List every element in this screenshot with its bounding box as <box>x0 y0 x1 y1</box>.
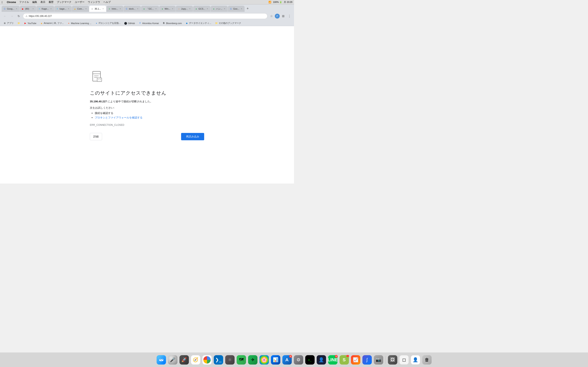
tab-favicon-han: ● <box>212 7 215 10</box>
reload-button[interactable]: 再読み込み <box>181 133 204 140</box>
tab-close-google[interactable]: × <box>15 7 18 10</box>
bookmark-youtube[interactable]: ▶ YouTube <box>22 21 38 25</box>
address-bar[interactable]: ⚠ https://35.196.40.227 <box>23 13 268 19</box>
bookmark-apps[interactable]: ⊞ アプリ <box>2 21 15 25</box>
menu-bookmarks[interactable]: ブックマーク <box>57 0 71 4</box>
tab-close-jupyter[interactable]: × <box>189 7 191 10</box>
tab-close-youtube[interactable]: × <box>32 7 35 10</box>
tab-win[interactable]: ● Win... × <box>159 6 176 12</box>
ds-icon: ◆ <box>185 22 188 25</box>
tab-bar: G Goog... × ▶ (80) × k Kage... × k kage.… <box>0 4 294 12</box>
bookmark-datascience[interactable]: ◆ データサイエンティ... <box>184 21 213 25</box>
tab-close-colab[interactable]: × <box>85 7 87 10</box>
profile-button[interactable]: P <box>275 14 280 18</box>
bookmark-it[interactable]: ● ITエンジニアを目指... <box>94 21 122 25</box>
tab-label-google: Goog... <box>7 8 14 10</box>
bookmark-hiromitsu[interactable]: f Hiromitsu Komai <box>137 21 160 25</box>
url-display: https://35.196.40.227 <box>29 15 265 17</box>
tab-favicon-gcs1: ● <box>143 7 146 10</box>
tab-google2[interactable]: G Goo... × <box>228 6 245 12</box>
error-step-2-link[interactable]: プロキシとファイアウォールを確認する <box>95 116 143 119</box>
tab-kaggle2[interactable]: k kage... × <box>54 6 72 12</box>
tab-label-win: Win... <box>164 8 170 10</box>
tab-google[interactable]: G Goog... × <box>2 6 20 12</box>
bookmark-bloomberg[interactable]: B Bloomberg.com <box>161 21 183 25</box>
error-buttons: 詳細 再読み込み <box>90 133 204 140</box>
apple-menu[interactable]:  <box>2 1 3 4</box>
tab-label-colab: Com... <box>77 8 84 10</box>
menu-window[interactable]: ウィンドウ <box>88 0 100 4</box>
tab-close-kaggle1[interactable]: × <box>50 7 52 10</box>
forward-button[interactable]: → <box>9 13 15 19</box>
menu-view[interactable]: 表示 <box>40 0 45 4</box>
tab-jupyter[interactable]: ○ Jupy... × <box>176 6 193 12</box>
tab-label-intro: Intro... <box>112 8 118 10</box>
it-icon: ● <box>95 22 98 25</box>
tab-label-jupyter: Jupy... <box>181 8 188 10</box>
tab-youtube[interactable]: ▶ (80) × <box>20 6 36 12</box>
error-icon-container: !? <box>90 69 104 85</box>
bloomberg-icon: B <box>162 22 165 25</box>
tab-intro[interactable]: k Intro... × <box>106 6 123 12</box>
menu-button[interactable]: ⋮ <box>287 13 292 19</box>
tab-favicon-youtube: ▶ <box>21 7 24 10</box>
wifi-icon: 📶 <box>268 1 271 3</box>
tab-close-kaggle2[interactable]: × <box>67 7 70 10</box>
tab-label-gcs2: GCS... <box>199 8 205 10</box>
details-button[interactable]: 詳細 <box>90 133 102 140</box>
error-page-icon: !? <box>90 69 104 84</box>
bookmark-star-button[interactable]: ☆ <box>269 13 274 19</box>
tab-gcs1[interactable]: ● 「GC... × <box>141 6 159 12</box>
tab-close-win[interactable]: × <box>171 7 174 10</box>
tab-docs[interactable]: G dock... × <box>123 6 141 12</box>
tab-close-intro[interactable]: × <box>119 7 122 10</box>
menu-bar-right: 📶 100% 🔋 月 23:29 <box>268 1 292 4</box>
new-tab-button[interactable]: + <box>245 6 251 11</box>
tab-active[interactable]: 🗋 35.1... × <box>89 6 106 12</box>
facebook-icon: f <box>139 22 141 25</box>
menu-help[interactable]: ヘルプ <box>103 0 111 4</box>
back-button[interactable]: ← <box>2 13 8 19</box>
tab-close-docs[interactable]: × <box>136 7 139 10</box>
error-server-address: 35.196.40.227 <box>90 100 107 103</box>
svg-rect-3 <box>94 77 97 78</box>
extensions-button[interactable]: ⊞ <box>281 13 286 19</box>
bookmark-ml[interactable]: ● Machine Learning ... <box>66 21 93 25</box>
bookmark-github[interactable]: ⬤ GitHub <box>122 21 136 25</box>
tab-close-han[interactable]: × <box>223 7 226 10</box>
tab-favicon-google2: G <box>229 7 232 10</box>
error-code: ERR_CONNECTION_CLOSED <box>90 124 124 126</box>
bookmark-folder[interactable]: 📁 <box>16 21 22 25</box>
tab-favicon-jupyter: ○ <box>177 7 180 10</box>
tab-close-gcs1[interactable]: × <box>155 7 157 10</box>
menu-edit[interactable]: 編集 <box>32 0 37 4</box>
tab-close-gcs2[interactable]: × <box>206 7 209 10</box>
tab-label-google2: Goo... <box>233 8 239 10</box>
tab-close-active[interactable]: × <box>102 7 104 10</box>
toolbar-right: ☆ P ⊞ ⋮ <box>269 13 292 19</box>
tab-favicon-kaggle2: k <box>56 7 59 10</box>
bookmark-amazon[interactable]: a Amazon | 本, ファ... <box>38 21 65 25</box>
bookmark-ml-label: Machine Learning ... <box>71 22 91 25</box>
menu-user[interactable]: ユーザー <box>75 0 85 4</box>
tab-close-google2[interactable]: × <box>240 7 243 10</box>
error-steps-title: 次をお試しください: <box>90 106 114 110</box>
tab-gcs2[interactable]: ● GCS... × <box>193 6 210 12</box>
bookmark-more[interactable]: 📁 その他のブックマーク <box>213 21 243 25</box>
bookmark-it-label: ITエンジニアを目指... <box>99 22 121 25</box>
error-subtitle-text: により途中で接続が切断されました。 <box>107 100 153 103</box>
app-name[interactable]: Chrome <box>7 1 16 4</box>
menu-file[interactable]: ファイル <box>19 0 29 4</box>
bookmark-github-label: GitHub <box>128 22 135 25</box>
svg-text:!?: !? <box>98 78 101 81</box>
tab-han[interactable]: ● ハン... × <box>211 6 228 12</box>
menu-history[interactable]: 履歴 <box>49 0 53 4</box>
tab-kaggle1[interactable]: k Kage... × <box>36 6 54 12</box>
tab-favicon-docs: G <box>125 7 128 10</box>
tab-colab[interactable]: ▲ Com... × <box>72 6 89 12</box>
error-steps-list: 接続を確認する プロキシとファイアウォールを確認する <box>90 111 143 120</box>
github-icon: ⬤ <box>124 22 127 25</box>
apps-icon: ⊞ <box>3 22 6 25</box>
refresh-button[interactable]: ↻ <box>16 13 22 19</box>
svg-rect-2 <box>94 75 99 76</box>
